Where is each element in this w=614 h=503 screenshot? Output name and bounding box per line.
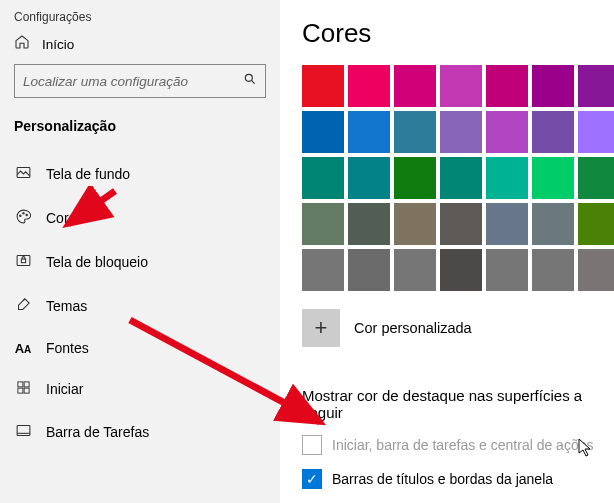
sidebar-item-background[interactable]: Tela de fundo: [0, 152, 280, 196]
color-swatch[interactable]: [440, 203, 482, 245]
svg-rect-9: [24, 382, 29, 387]
svg-point-0: [245, 74, 252, 81]
color-swatch[interactable]: [532, 203, 574, 245]
checkbox-row-titlebar[interactable]: Barras de títulos e bordas da janela: [302, 469, 614, 489]
checkbox-row-start: Iniciar, barra de tarefas e central de a…: [302, 435, 614, 455]
color-swatch[interactable]: [440, 111, 482, 153]
color-swatch[interactable]: [394, 157, 436, 199]
color-swatch[interactable]: [394, 203, 436, 245]
svg-point-5: [25, 214, 26, 215]
color-swatch-grid: [302, 65, 614, 291]
color-swatch[interactable]: [440, 157, 482, 199]
svg-rect-12: [17, 426, 30, 436]
color-swatch[interactable]: [578, 157, 614, 199]
sidebar-item-taskbar[interactable]: Barra de Tarefas: [0, 410, 280, 454]
sidebar-item-label: Temas: [46, 298, 87, 314]
home-label: Início: [42, 37, 74, 52]
window-title: Configurações: [0, 10, 280, 28]
home-button[interactable]: Início: [0, 28, 280, 64]
sidebar-item-label: Tela de bloqueio: [46, 254, 148, 270]
color-swatch[interactable]: [486, 65, 528, 107]
color-swatch[interactable]: [532, 249, 574, 291]
image-icon: [14, 164, 32, 184]
lock-screen-icon: [14, 252, 32, 272]
surfaces-heading: Mostrar cor de destaque nas superfícies …: [302, 387, 614, 421]
color-swatch[interactable]: [348, 157, 390, 199]
sidebar-item-colors[interactable]: Cores: [0, 196, 280, 240]
svg-rect-10: [17, 388, 22, 393]
main-content: Cores + Cor personalizada Mostrar cor de…: [280, 0, 614, 503]
color-swatch[interactable]: [348, 249, 390, 291]
color-swatch[interactable]: [302, 65, 344, 107]
color-swatch[interactable]: [486, 157, 528, 199]
search-input[interactable]: [23, 74, 243, 89]
custom-color-button[interactable]: +: [302, 309, 340, 347]
custom-color-row[interactable]: + Cor personalizada: [302, 309, 614, 347]
svg-point-4: [22, 213, 23, 214]
search-icon: [243, 72, 257, 90]
svg-line-1: [251, 80, 254, 83]
section-title: Personalização: [0, 112, 280, 152]
color-swatch[interactable]: [348, 111, 390, 153]
color-swatch[interactable]: [578, 203, 614, 245]
sidebar: Configurações Início Personalização Tela…: [0, 0, 280, 503]
color-swatch[interactable]: [486, 111, 528, 153]
custom-color-label: Cor personalizada: [354, 320, 472, 336]
sidebar-item-themes[interactable]: Temas: [0, 284, 280, 328]
sidebar-item-label: Iniciar: [46, 381, 83, 397]
color-swatch[interactable]: [394, 111, 436, 153]
color-swatch[interactable]: [302, 111, 344, 153]
start-icon: [14, 380, 32, 398]
color-swatch[interactable]: [578, 249, 614, 291]
sidebar-item-start[interactable]: Iniciar: [0, 368, 280, 410]
checkbox-start: [302, 435, 322, 455]
sidebar-item-label: Tela de fundo: [46, 166, 130, 182]
color-swatch[interactable]: [532, 65, 574, 107]
color-swatch[interactable]: [532, 157, 574, 199]
color-swatch[interactable]: [440, 249, 482, 291]
color-swatch[interactable]: [578, 65, 614, 107]
sidebar-item-lockscreen[interactable]: Tela de bloqueio: [0, 240, 280, 284]
color-swatch[interactable]: [394, 249, 436, 291]
color-swatch[interactable]: [302, 249, 344, 291]
svg-rect-7: [21, 259, 25, 263]
color-swatch[interactable]: [578, 111, 614, 153]
brush-icon: [14, 296, 32, 316]
svg-rect-11: [24, 388, 29, 393]
home-icon: [14, 34, 30, 54]
color-swatch[interactable]: [532, 111, 574, 153]
sidebar-item-label: Cores: [46, 210, 83, 226]
palette-icon: [14, 208, 32, 228]
checkbox-titlebar[interactable]: [302, 469, 322, 489]
color-swatch[interactable]: [348, 65, 390, 107]
font-icon: AA: [14, 341, 32, 356]
sidebar-item-label: Barra de Tarefas: [46, 424, 149, 440]
taskbar-icon: [14, 422, 32, 442]
sidebar-item-label: Fontes: [46, 340, 89, 356]
color-swatch[interactable]: [348, 203, 390, 245]
svg-rect-8: [17, 382, 22, 387]
checkbox-titlebar-label: Barras de títulos e bordas da janela: [332, 471, 553, 487]
color-swatch[interactable]: [486, 203, 528, 245]
checkbox-start-label: Iniciar, barra de tarefas e central de a…: [332, 437, 593, 453]
color-swatch[interactable]: [440, 65, 482, 107]
color-swatch[interactable]: [302, 203, 344, 245]
svg-point-3: [19, 215, 20, 216]
page-title: Cores: [302, 18, 614, 49]
color-swatch[interactable]: [302, 157, 344, 199]
sidebar-item-fonts[interactable]: AA Fontes: [0, 328, 280, 368]
color-swatch[interactable]: [486, 249, 528, 291]
search-box[interactable]: [14, 64, 266, 98]
color-swatch[interactable]: [394, 65, 436, 107]
